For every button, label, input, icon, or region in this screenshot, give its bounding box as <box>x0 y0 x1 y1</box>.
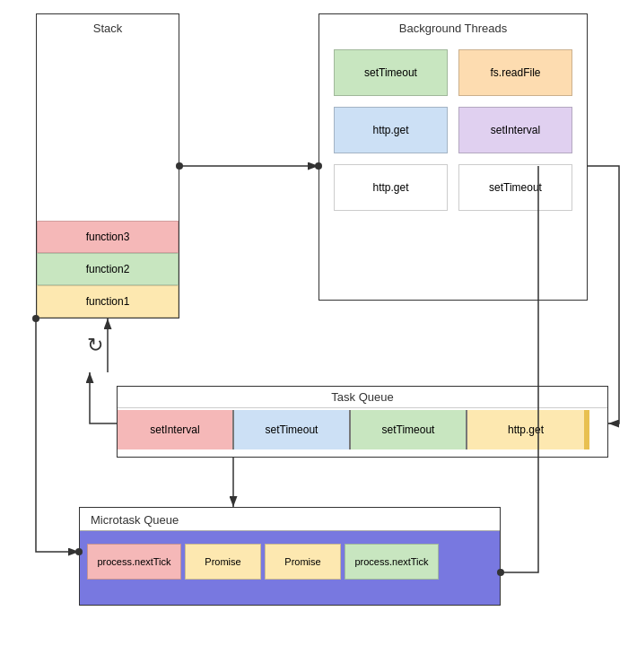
mt-item-promise2: Promise <box>265 544 341 580</box>
microtask-queue-items: process.nextTick Promise Promise process… <box>80 538 500 585</box>
microtask-queue-container: Microtask Queue process.nextTick Promise… <box>79 507 501 606</box>
bg-item-setinterval: setInterval <box>458 107 572 153</box>
bg-item-settimeout2: setTimeout <box>458 164 572 211</box>
background-threads-title: Background Threads <box>319 14 587 40</box>
stack-item-function1: function1 <box>37 285 179 318</box>
loop-symbol: ↻ <box>87 334 103 357</box>
bg-item-settimeout: setTimeout <box>334 49 448 96</box>
tq-item-httpget: http.get <box>467 410 584 449</box>
mt-item-nexttick1: process.nextTick <box>87 544 181 580</box>
background-threads-grid: setTimeout fs.readFile http.get setInter… <box>319 40 587 220</box>
tq-item-settimeout1: setTimeout <box>234 410 351 449</box>
mt-item-promise1: Promise <box>185 544 261 580</box>
stack-title: Stack <box>37 14 179 40</box>
mt-item-nexttick2: process.nextTick <box>345 544 439 580</box>
bg-item-httpget1: http.get <box>334 107 448 153</box>
stack-item-function2: function2 <box>37 253 179 285</box>
bg-item-httpget2: http.get <box>334 164 448 211</box>
microtask-queue-title: Microtask Queue <box>80 508 500 531</box>
tq-item-setinterval: setInterval <box>118 410 234 449</box>
stack-item-function3: function3 <box>37 221 179 253</box>
task-queue-items: setInterval setTimeout setTimeout http.g… <box>118 410 607 449</box>
tq-gold-edge <box>584 410 589 449</box>
stack-container: Stack function3 function2 function1 <box>36 13 179 319</box>
task-queue-title: Task Queue <box>118 387 607 408</box>
diagram: Stack function3 function2 function1 Back… <box>0 0 637 672</box>
tq-item-settimeout2: setTimeout <box>351 410 467 449</box>
stack-items: function3 function2 function1 <box>37 221 179 318</box>
bg-item-readfile: fs.readFile <box>458 49 572 96</box>
task-queue-container: Task Queue setInterval setTimeout setTim… <box>117 386 608 458</box>
background-threads-container: Background Threads setTimeout fs.readFil… <box>318 13 588 301</box>
